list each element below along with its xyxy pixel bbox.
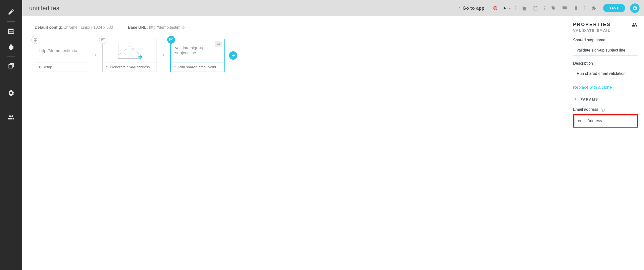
- bug-icon: [8, 44, 14, 51]
- workwrap: Default config: Chrome | Linux | 1024 x …: [22, 16, 644, 270]
- play-icon: [502, 6, 507, 11]
- default-config: Default config: Chrome | Linux | 1024 x …: [34, 25, 113, 30]
- people-icon: [216, 42, 221, 46]
- sidebar-list[interactable]: [4, 24, 18, 39]
- play-dropdown-caret[interactable]: ▼: [508, 7, 511, 10]
- paste-button[interactable]: [531, 4, 540, 13]
- toolbar-menu-1[interactable]: [513, 6, 517, 11]
- list-icon: [8, 28, 14, 35]
- delete-button[interactable]: [572, 4, 580, 13]
- params-label: PARAMS: [580, 97, 598, 101]
- step-card-validate-email[interactable]: validate sign-up subject line 3. Run sha…: [170, 39, 224, 72]
- sidebar-bug[interactable]: [4, 40, 18, 55]
- save-button[interactable]: SAVE: [603, 4, 625, 12]
- base-url-value: http://demo.testim.io: [149, 25, 184, 30]
- sidebar-library[interactable]: [4, 59, 18, 74]
- default-config-value: Chrome | Linux | 1024 x 680: [63, 25, 113, 30]
- properties-shared-icon[interactable]: [631, 22, 638, 29]
- properties-title: PROPERTIES: [573, 22, 610, 27]
- description-input[interactable]: [573, 68, 638, 79]
- copy-icon: [522, 6, 526, 11]
- sidebar-settings[interactable]: [4, 86, 18, 101]
- step-body: http://demo.testim.io: [35, 39, 89, 62]
- left-sidebar: [0, 0, 22, 270]
- clipboard-icon: [533, 6, 538, 11]
- record-button[interactable]: [491, 4, 500, 13]
- topbar: untitled test Go to app ▼ SAVE: [22, 0, 644, 16]
- test-title[interactable]: untitled test: [29, 5, 454, 12]
- sidebar-divider: [7, 56, 15, 57]
- sidebar-team[interactable]: [4, 110, 18, 125]
- goto-app-label: Go to app: [463, 6, 485, 11]
- properties-header: PROPERTIES VALIDATE EMAIL: [573, 22, 638, 33]
- step-arrow: [94, 52, 98, 59]
- trash-icon: [574, 6, 578, 11]
- toolbar-menu-3[interactable]: [583, 6, 587, 11]
- step-footer: 1. Setup: [35, 62, 89, 72]
- params-toggle[interactable]: + PARAMS: [573, 97, 638, 102]
- base-url: Base URL: http://demo.testim.io: [128, 25, 184, 30]
- puzzle-icon: [591, 6, 596, 11]
- pencil-icon: [8, 9, 14, 15]
- record-icon: [494, 6, 497, 10]
- default-config-label: Default config:: [34, 25, 62, 30]
- chrome-icon: [33, 38, 38, 42]
- step-card-setup[interactable]: http://demo.testim.io 1. Setup: [34, 39, 89, 72]
- properties-subtitle: VALIDATE EMAIL: [573, 28, 610, 33]
- description-label: Description: [573, 61, 638, 66]
- folder-button[interactable]: [560, 4, 569, 13]
- step-arrow: [161, 52, 166, 59]
- tag-icon: [551, 6, 556, 11]
- properties-toggle[interactable]: [630, 4, 640, 13]
- email-address-highlight: [573, 114, 638, 127]
- toolbar-menu-2[interactable]: [542, 6, 546, 11]
- step-badge-chrome: [32, 36, 39, 44]
- people-icon: [631, 22, 638, 28]
- step-footer: 3. Run shared email valid…: [171, 62, 224, 72]
- tag-button[interactable]: [549, 4, 558, 13]
- properties-pointer: [631, 16, 637, 17]
- sidebar-divider: [7, 21, 15, 22]
- mail-check-icon: [169, 37, 173, 42]
- step-body: [103, 39, 156, 62]
- goto-app-link[interactable]: Go to app: [457, 6, 485, 11]
- replace-clone-link[interactable]: Replace with a clone: [573, 85, 612, 90]
- canvas: Default config: Chrome | Linux | 1024 x …: [22, 16, 567, 270]
- step-footer: 2. Generate email address: [103, 62, 156, 72]
- step-badge-mail: [99, 36, 107, 44]
- folder-icon: [562, 6, 567, 11]
- email-address-label: Email address i: [573, 107, 638, 112]
- library-icon: [8, 63, 14, 70]
- shared-indicator: [215, 41, 222, 47]
- add-step-button[interactable]: +: [229, 51, 238, 60]
- play-button[interactable]: ▼: [502, 6, 511, 11]
- envelope-icon: [118, 43, 141, 59]
- main-column: untitled test Go to app ▼ SAVE: [22, 0, 644, 270]
- steps-row: http://demo.testim.io 1. Setup: [34, 39, 554, 72]
- info-icon[interactable]: i: [601, 108, 605, 112]
- external-link-icon: [457, 6, 461, 10]
- properties-panel: PROPERTIES VALIDATE EMAIL Shared step na…: [567, 16, 644, 270]
- shared-name-label: Shared step name: [573, 38, 638, 42]
- step-card-generate-email[interactable]: 2. Generate email address: [102, 39, 157, 72]
- copy-button[interactable]: [520, 4, 528, 13]
- email-address-input[interactable]: [574, 115, 637, 126]
- envelope-gear-icon: [137, 55, 143, 60]
- config-line: Default config: Chrome | Linux | 1024 x …: [34, 25, 554, 30]
- gear-icon: [8, 90, 14, 97]
- svg-point-1: [35, 39, 36, 40]
- step-badge-validate: [167, 36, 175, 44]
- base-url-label: Base URL:: [128, 25, 148, 30]
- extension-button[interactable]: [589, 4, 598, 13]
- people-icon: [8, 114, 14, 121]
- plus-icon: +: [573, 97, 578, 102]
- shared-name-input[interactable]: [573, 45, 638, 56]
- gear-icon: [632, 6, 638, 11]
- sidebar-edit[interactable]: [4, 5, 18, 19]
- mail-icon: [101, 38, 105, 42]
